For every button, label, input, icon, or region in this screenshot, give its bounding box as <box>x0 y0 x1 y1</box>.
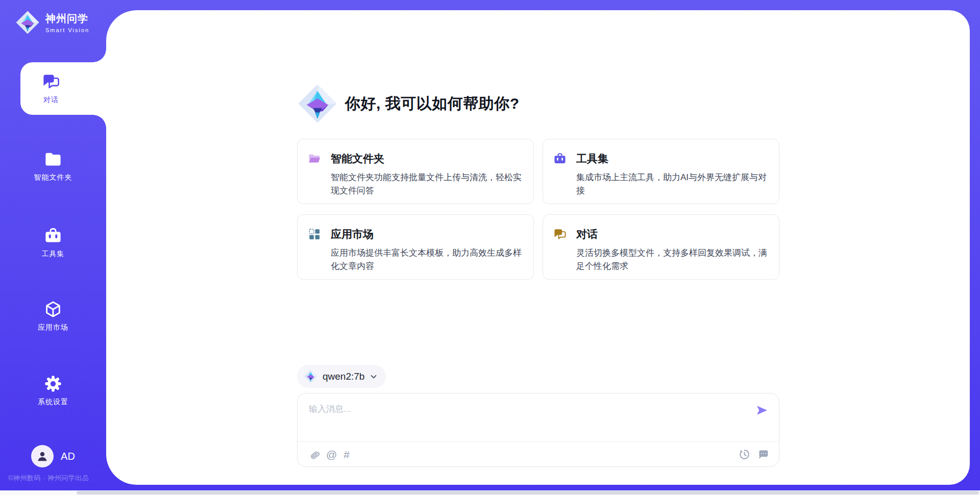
feature-cards: 智能文件夹 智能文件夹功能支持批量文件上传与清洗，轻松实现文件问答 工具集 集成… <box>297 139 779 280</box>
copyright-footer: ©神州数码 · 神州问学出品 <box>8 474 89 483</box>
chevron-down-icon <box>370 373 378 381</box>
composer: @ # <box>297 393 779 467</box>
chat-bubbles-icon <box>553 228 567 241</box>
sidebar: 神州问学 Smart Vision 对话 智能文件夹 工具集 应用市场 系统设置… <box>0 0 106 495</box>
toolbox-icon <box>44 227 62 245</box>
composer-toolbar: @ # <box>298 442 779 466</box>
sidebar-item-toolset[interactable]: 工具集 <box>0 227 106 259</box>
folder-icon <box>44 150 62 168</box>
card-title: 应用市场 <box>331 227 374 241</box>
sidebar-item-label: 对话 <box>43 95 59 105</box>
card-app-market[interactable]: 应用市场 应用市场提供丰富长文本模板，助力高效生成多样化文章内容 <box>297 214 534 280</box>
model-name: qwen2:7b <box>323 371 364 382</box>
cube-icon <box>44 300 62 318</box>
quick-chat-button[interactable] <box>757 448 769 461</box>
chat-bubbles-icon <box>42 72 60 91</box>
message-input[interactable] <box>298 393 747 430</box>
gem-diamond-icon <box>304 369 317 383</box>
mention-button[interactable]: @ <box>326 448 337 461</box>
gem-diamond-icon <box>297 83 338 124</box>
card-title: 对话 <box>576 227 598 241</box>
history-button[interactable] <box>739 448 750 461</box>
at-icon: @ <box>326 449 337 460</box>
sidebar-item-smart-folders[interactable]: 智能文件夹 <box>0 150 106 182</box>
sidebar-item-label: 智能文件夹 <box>34 173 72 182</box>
user-profile[interactable]: AD <box>0 445 106 467</box>
attach-file-button[interactable] <box>308 448 320 461</box>
card-description: 智能文件夹功能支持批量文件上传与清洗，轻松实现文件问答 <box>331 171 528 198</box>
avatar <box>31 445 54 467</box>
main-panel: 你好, 我可以如何帮助你? 智能文件夹 智能文件夹功能支持批量文件上传与清洗，轻… <box>106 10 970 485</box>
quick-chat-icon <box>757 449 769 460</box>
brand: 神州问学 Smart Vision <box>15 10 89 35</box>
brand-subtitle: Smart Vision <box>45 27 89 33</box>
card-title: 智能文件夹 <box>331 152 384 166</box>
history-icon <box>739 449 750 460</box>
sidebar-item-settings[interactable]: 系统设置 <box>0 375 106 407</box>
model-selector[interactable]: qwen2:7b <box>297 365 386 388</box>
sidebar-item-label: 工具集 <box>42 250 65 259</box>
welcome-header: 你好, 我可以如何帮助你? <box>297 83 520 124</box>
sidebar-item-label: 系统设置 <box>38 398 68 407</box>
sidebar-item-app-market[interactable]: 应用市场 <box>0 300 106 332</box>
gear-icon <box>44 375 62 393</box>
grid-apps-icon <box>308 228 321 241</box>
horizontal-scrollbar[interactable] <box>0 490 980 495</box>
toolbox-icon <box>553 152 567 165</box>
sidebar-item-label: 应用市场 <box>38 323 68 332</box>
card-smart-folders[interactable]: 智能文件夹 智能文件夹功能支持批量文件上传与清洗，轻松实现文件问答 <box>297 139 534 204</box>
topic-button[interactable]: # <box>344 448 350 461</box>
card-description: 应用市场提供丰富长文本模板，助力高效生成多样化文章内容 <box>331 246 528 274</box>
brand-name: 神州问学 <box>45 12 89 26</box>
card-title: 工具集 <box>576 152 608 166</box>
gem-diamond-icon <box>15 10 40 35</box>
hash-icon: # <box>344 449 350 460</box>
sidebar-item-chat[interactable]: 对话 <box>20 62 106 115</box>
user-initials: AD <box>61 451 75 462</box>
paperclip-icon <box>308 449 320 460</box>
card-toolset[interactable]: 工具集 集成市场上主流工具，助力AI与外界无缝扩展与对接 <box>543 139 779 204</box>
folder-open-icon <box>308 152 321 165</box>
send-icon <box>755 404 769 417</box>
card-chat[interactable]: 对话 灵活切换多模型文件，支持多样回复效果调试，满足个性化需求 <box>543 214 779 280</box>
person-icon <box>36 450 49 463</box>
card-description: 灵活切换多模型文件，支持多样回复效果调试，满足个性化需求 <box>576 246 774 274</box>
card-description: 集成市场上主流工具，助力AI与外界无缝扩展与对接 <box>576 171 774 198</box>
greeting-title: 你好, 我可以如何帮助你? <box>345 93 520 114</box>
send-button[interactable] <box>755 404 769 417</box>
scrollbar-thumb[interactable] <box>77 491 979 494</box>
